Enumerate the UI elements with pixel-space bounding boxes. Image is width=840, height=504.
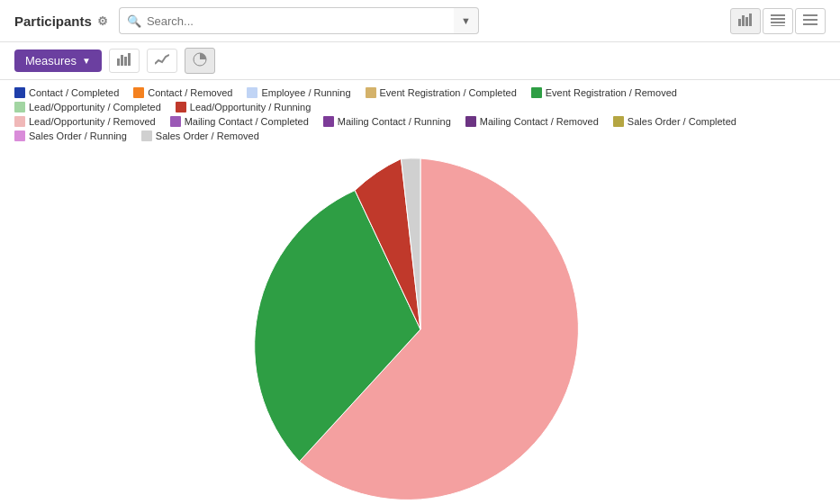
chart-icon — [738, 14, 753, 26]
pie-chart-btn[interactable] — [185, 48, 215, 74]
legend-item: Lead/Opportunity / Completed — [14, 102, 161, 112]
legend-label: Employee / Running — [261, 87, 350, 98]
svg-rect-1 — [742, 15, 745, 26]
legend-label: Lead/Opportunity / Removed — [29, 116, 156, 127]
legend-row: Contact / CompletedContact / RemovedEmpl… — [14, 87, 826, 112]
legend-label: Lead/Opportunity / Running — [190, 102, 312, 112]
legend-color-dot — [531, 87, 542, 98]
view-buttons — [730, 8, 826, 34]
search-wrapper: 🔍 ▼ — [119, 7, 479, 34]
legend-color-dot — [14, 116, 25, 127]
legend-label: Mailing Contact / Completed — [185, 116, 309, 127]
legend-item: Sales Order / Removed — [141, 130, 259, 141]
view-menu-btn[interactable] — [795, 8, 826, 34]
toolbar: Measures ▼ — [0, 42, 840, 80]
legend-label: Event Registration / Completed — [380, 87, 517, 98]
legend-color-dot — [133, 87, 144, 98]
legend-label: Sales Order / Completed — [628, 116, 736, 127]
view-list-btn[interactable] — [763, 8, 793, 34]
legend-item: Lead/Opportunity / Running — [176, 102, 312, 112]
legend-item: Event Registration / Completed — [366, 87, 517, 98]
view-chart-btn[interactable] — [730, 8, 761, 34]
legend-color-dot — [366, 87, 376, 98]
svg-rect-6 — [771, 22, 785, 23]
menu-icon — [803, 14, 817, 26]
legend-label: Contact / Removed — [148, 87, 232, 98]
svg-rect-4 — [771, 14, 785, 16]
legend-color-dot — [170, 116, 181, 127]
legend-label: Event Registration / Removed — [546, 87, 677, 98]
pie-chart-icon — [193, 52, 207, 67]
svg-rect-10 — [803, 23, 817, 25]
svg-rect-14 — [128, 53, 131, 66]
legend-row: Lead/Opportunity / RemovedMailing Contac… — [14, 116, 826, 141]
measures-button[interactable]: Measures ▼ — [14, 50, 102, 72]
chart-area — [0, 145, 840, 504]
legend-color-dot — [613, 116, 624, 127]
legend-color-dot — [176, 102, 186, 112]
pie-chart-svg — [213, 154, 628, 504]
legend-item: Sales Order / Running — [14, 130, 127, 141]
title-text: Participants — [14, 14, 92, 29]
legend-item: Lead/Opportunity / Removed — [14, 116, 156, 127]
measures-label: Measures — [25, 54, 77, 68]
svg-rect-9 — [803, 19, 817, 21]
legend-item: Contact / Completed — [14, 87, 119, 98]
legend-label: Mailing Contact / Removed — [480, 116, 599, 127]
list-icon — [771, 14, 785, 26]
legend-color-dot — [14, 102, 25, 112]
legend-color-dot — [465, 116, 476, 127]
legend-label: Mailing Contact / Running — [338, 116, 451, 127]
svg-rect-0 — [738, 19, 741, 26]
legend-color-dot — [14, 87, 25, 98]
svg-rect-3 — [749, 14, 752, 26]
svg-rect-5 — [771, 18, 785, 20]
legend-item: Sales Order / Completed — [613, 116, 736, 127]
measures-arrow-icon: ▼ — [82, 56, 91, 66]
line-chart-icon — [155, 53, 169, 66]
gear-icon[interactable]: ⚙ — [97, 14, 108, 28]
svg-rect-11 — [117, 58, 120, 66]
legend-label: Sales Order / Running — [29, 130, 127, 141]
legend-color-dot — [14, 130, 25, 141]
legend-item: Employee / Running — [247, 87, 350, 98]
main-content: Contact / CompletedContact / RemovedEmpl… — [0, 80, 840, 504]
legend-item: Mailing Contact / Removed — [465, 116, 599, 127]
svg-rect-7 — [771, 25, 785, 26]
page-title: Participants ⚙ — [14, 14, 108, 29]
bar-chart-icon — [117, 53, 131, 66]
svg-rect-8 — [803, 14, 817, 16]
bar-chart-btn[interactable] — [109, 49, 140, 73]
svg-rect-13 — [124, 57, 127, 66]
legend-item: Contact / Removed — [133, 87, 232, 98]
legend-color-dot — [141, 130, 152, 141]
search-dropdown-btn[interactable]: ▼ — [454, 7, 479, 34]
legend-color-dot — [323, 116, 334, 127]
legend-label: Sales Order / Removed — [156, 130, 259, 141]
search-input[interactable] — [147, 14, 447, 28]
legend-label: Contact / Completed — [29, 87, 119, 98]
top-bar: Participants ⚙ 🔍 ▼ — [0, 0, 840, 42]
search-bar: 🔍 — [119, 7, 454, 34]
legend-item: Mailing Contact / Running — [323, 116, 451, 127]
line-chart-btn[interactable] — [147, 49, 177, 73]
legend-item: Mailing Contact / Completed — [170, 116, 309, 127]
legend-color-dot — [247, 87, 257, 98]
svg-rect-2 — [745, 17, 748, 26]
legend-area: Contact / CompletedContact / RemovedEmpl… — [0, 80, 840, 145]
legend-label: Lead/Opportunity / Completed — [29, 102, 161, 112]
search-icon: 🔍 — [127, 14, 141, 28]
svg-rect-12 — [121, 55, 123, 66]
legend-item: Event Registration / Removed — [531, 87, 677, 98]
